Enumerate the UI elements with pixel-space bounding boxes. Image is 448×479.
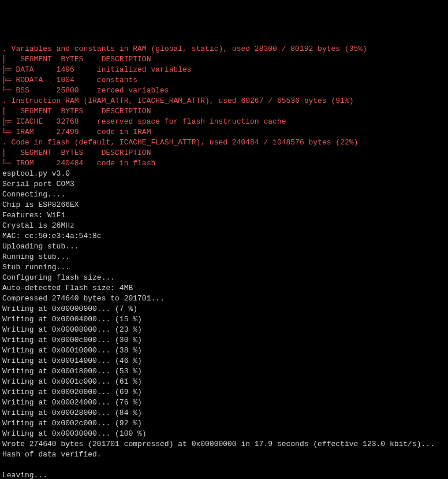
- esptool-log-line: Crystal is 26MHz: [2, 221, 446, 231]
- esptool-log-line: Wrote 274640 bytes (201701 compressed) a…: [2, 439, 446, 450]
- esptool-log-line: Stub running...: [2, 262, 446, 273]
- esptool-log-line: Writing at 0x00020000... (69 %): [2, 387, 446, 398]
- memory-section-header: . Variables and constants in RAM (global…: [2, 44, 446, 54]
- memory-row: ╚═ BSS 25800 zeroed variables: [2, 86, 446, 96]
- esptool-log-line: Chip is ESP8266EX: [2, 200, 446, 210]
- memory-row: ╠═ DATA 1496 initialized variables: [2, 65, 446, 75]
- esptool-log-line: Writing at 0x00010000... (38 %): [2, 346, 446, 356]
- memory-column-header: ║ SEGMENT BYTES DESCRIPTION: [2, 148, 446, 158]
- memory-section-header: . Instruction RAM (IRAM_ATTR, ICACHE_RAM…: [2, 96, 446, 106]
- memory-row: ╚═ IRAM 27499 code in IRAM: [2, 127, 446, 138]
- esptool-log-line: Hash of data verified.: [2, 450, 446, 460]
- terminal-output: . Variables and constants in RAM (global…: [2, 44, 446, 479]
- esptool-log-line: Serial port COM3: [2, 179, 446, 190]
- esptool-log-line: Auto-detected Flash size: 4MB: [2, 283, 446, 294]
- esptool-log-line: Leaving...: [2, 470, 446, 479]
- memory-row: ╚═ IROM 240484 code in flash: [2, 158, 446, 169]
- esptool-log-line: [2, 460, 446, 470]
- esptool-log-line: Writing at 0x0002c000... (92 %): [2, 418, 446, 429]
- memory-row: ╠═ ICACHE 32768 reserved space for flash…: [2, 117, 446, 127]
- esptool-log-line: esptool.py v3.0: [2, 169, 446, 179]
- esptool-log-line: Compressed 274640 bytes to 201701...: [2, 294, 446, 304]
- memory-column-header: ║ SEGMENT BYTES DESCRIPTION: [2, 54, 446, 65]
- memory-section-header: . Code in flash (default, ICACHE_FLASH_A…: [2, 138, 446, 148]
- esptool-log-line: Writing at 0x00004000... (15 %): [2, 314, 446, 325]
- esptool-log-line: Running stub...: [2, 252, 446, 262]
- esptool-log-line: MAC: cc:50:e3:4a:54:8c: [2, 231, 446, 242]
- esptool-log-line: Uploading stub...: [2, 242, 446, 252]
- esptool-log-line: Writing at 0x00000000... (7 %): [2, 304, 446, 314]
- esptool-log-line: Configuring flash size...: [2, 273, 446, 283]
- memory-column-header: ║ SEGMENT BYTES DESCRIPTION: [2, 106, 446, 117]
- esptool-log-line: Features: WiFi: [2, 210, 446, 221]
- esptool-log-line: Writing at 0x00014000... (46 %): [2, 356, 446, 366]
- esptool-log-line: Writing at 0x00024000... (76 %): [2, 398, 446, 408]
- esptool-log-line: Writing at 0x00008000... (23 %): [2, 325, 446, 335]
- esptool-log-line: Writing at 0x0001c000... (61 %): [2, 377, 446, 387]
- esptool-log-line: Writing at 0x00018000... (53 %): [2, 366, 446, 377]
- esptool-log-line: Writing at 0x00030000... (100 %): [2, 429, 446, 439]
- memory-row: ╠═ RODATA 1004 constants: [2, 75, 446, 86]
- esptool-log-line: Writing at 0x00028000... (84 %): [2, 408, 446, 418]
- esptool-log-line: Writing at 0x0000c000... (30 %): [2, 335, 446, 346]
- esptool-log-line: Connecting....: [2, 190, 446, 200]
